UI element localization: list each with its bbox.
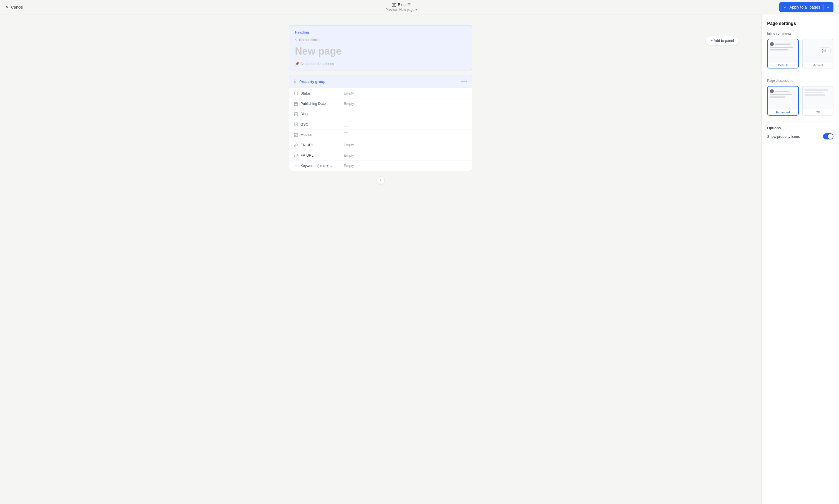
table-row[interactable]: GSC <box>290 119 472 129</box>
no-backlinks-text: No backlinks <box>299 38 320 42</box>
content-area: Heading ↖ No backlinks New page 📌 No pro… <box>0 14 761 504</box>
cancel-label: Cancel <box>11 5 23 10</box>
show-property-icons-toggle[interactable] <box>823 133 834 140</box>
checkbox-icon <box>294 122 298 126</box>
property-value-publishing-date: Empty <box>344 102 354 106</box>
page-title: New page <box>295 45 466 57</box>
blog-title: Blog <box>398 2 406 7</box>
mock-line <box>805 92 823 93</box>
property-key-fr-url: FR URL <box>294 153 344 158</box>
show-property-icons-row: Show property icons <box>767 133 834 140</box>
property-key-label: Publishing Date <box>300 102 326 106</box>
section-divider <box>767 121 834 122</box>
property-value-fr-url: Empty <box>344 153 354 158</box>
add-to-panel-button[interactable]: + Add to panel <box>705 36 739 45</box>
svg-point-3 <box>294 92 298 95</box>
mock-row <box>770 42 796 46</box>
add-section-area: + <box>289 177 472 184</box>
svg-rect-10 <box>294 133 298 137</box>
mock-row <box>770 89 796 93</box>
property-key-en-url: EN URL <box>294 143 344 147</box>
check-icon: ✓ <box>784 5 787 10</box>
chevron-down-icon: ▾ <box>415 8 417 12</box>
discussions-off-label: Off <box>803 109 833 115</box>
drag-handle-icon[interactable]: ⠿ <box>294 79 297 84</box>
mock-avatar <box>770 89 774 93</box>
heading-block: Heading ↖ No backlinks New page 📌 No pro… <box>289 25 472 70</box>
property-group-menu-button[interactable]: ••• <box>461 79 468 84</box>
property-rows: Status Empty <box>290 88 472 170</box>
mock-line <box>805 89 828 91</box>
discussions-off-card[interactable]: Off <box>802 86 834 115</box>
property-checkbox-medium[interactable] <box>344 132 348 137</box>
checkbox-icon <box>294 132 298 137</box>
sidebar-title: Page settings <box>767 21 834 26</box>
property-group-title: ⠿ Property group <box>294 79 326 84</box>
page-editor: Heading ↖ No backlinks New page 📌 No pro… <box>289 25 472 184</box>
property-key-label: Medium <box>300 132 313 137</box>
table-row[interactable]: FR URL Empty <box>290 150 472 161</box>
property-checkbox-gsc[interactable] <box>344 122 348 126</box>
property-key-label: EN URL <box>300 143 314 147</box>
topbar: ✕ Cancel Blog ☰ Preview: New page ▾ ✓ Ap… <box>0 0 839 14</box>
topbar-right: ✓ Apply to all pages ▾ <box>779 2 834 12</box>
table-row[interactable]: Status Empty <box>290 88 472 98</box>
status-icon <box>294 91 298 95</box>
menu-icon: ☰ <box>407 2 411 7</box>
no-properties-text: No properties pinned <box>301 61 334 66</box>
no-properties-pinned: 📌 No properties pinned <box>295 61 466 66</box>
pin-icon: 📌 <box>295 61 299 66</box>
add-section-button[interactable]: + <box>377 177 385 184</box>
mock-line <box>770 94 792 95</box>
property-value-status: Empty <box>344 91 354 95</box>
section-divider <box>767 74 834 74</box>
discussions-expanded-card[interactable]: Expanded <box>767 86 799 115</box>
cancel-button[interactable]: ✕ Cancel <box>5 5 23 10</box>
apply-button-label: Apply to all pages <box>789 5 820 10</box>
property-key-label: Blog <box>300 112 308 116</box>
table-row[interactable]: Medium <box>290 129 472 140</box>
default-card-inner <box>768 39 798 61</box>
inline-comments-label: Inline comments <box>767 32 834 35</box>
property-key-label: GSC <box>300 122 308 126</box>
right-sidebar: Page settings Inline comments Default <box>761 14 839 504</box>
minimal-card-inner: 💬 7 <box>803 39 833 61</box>
svg-rect-4 <box>294 103 298 106</box>
property-key-medium: Medium <box>294 132 344 137</box>
inline-comments-default-card[interactable]: Default <box>767 39 799 69</box>
inline-comments-minimal-card[interactable]: 💬 7 Minimal <box>802 39 834 69</box>
inline-minimal-label: Minimal <box>803 61 833 68</box>
property-checkbox-blog[interactable] <box>344 112 348 116</box>
table-row[interactable]: Keywords (cmd +… Empty <box>290 161 472 170</box>
options-section: Options Show property icons <box>767 126 834 140</box>
table-row[interactable]: EN URL Empty <box>290 140 472 150</box>
page-title-bar: Blog ☰ <box>392 2 411 7</box>
property-group-label: Property group <box>299 79 326 84</box>
property-group-header: ⠿ Property group ••• <box>290 75 472 88</box>
svg-rect-0 <box>392 3 396 7</box>
mock-line <box>805 94 826 96</box>
property-value-keywords: Empty <box>344 164 354 168</box>
preview-label: Preview: New page <box>386 8 414 12</box>
comment-count: 7 <box>827 49 829 52</box>
table-row[interactable]: Publishing Date Empty <box>290 98 472 109</box>
property-key-label: FR URL <box>300 153 314 158</box>
calendar-icon <box>294 101 298 106</box>
preview-subtitle[interactable]: Preview: New page ▾ <box>386 8 417 12</box>
table-row[interactable]: Blog <box>290 109 472 119</box>
mock-avatar <box>770 42 774 46</box>
property-key-gsc: GSC <box>294 122 344 126</box>
toggle-knob <box>828 134 833 139</box>
main-layout: Heading ↖ No backlinks New page 📌 No pro… <box>0 14 839 504</box>
mock-line <box>770 49 788 51</box>
property-key-keywords: Keywords (cmd +… <box>294 163 344 168</box>
off-card-inner <box>803 87 833 109</box>
checkbox-icon <box>294 112 298 116</box>
heading-label: Heading <box>295 30 466 34</box>
no-backlinks: ↖ No backlinks <box>295 38 466 42</box>
add-panel-area: + Add to panel <box>705 36 739 45</box>
property-key-blog: Blog <box>294 112 344 116</box>
discussions-expanded-label: Expanded <box>768 109 798 115</box>
apply-all-pages-button[interactable]: ✓ Apply to all pages ▾ <box>779 2 834 12</box>
blog-icon <box>392 2 396 7</box>
